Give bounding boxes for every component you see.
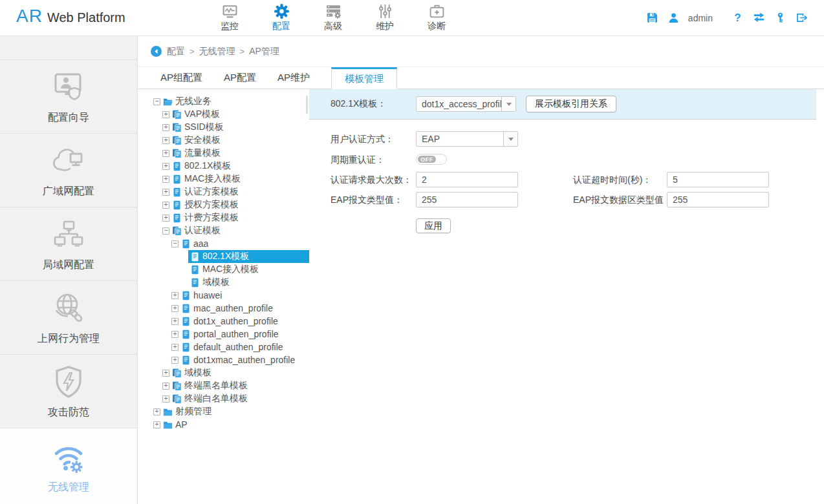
sidebar-item-lan[interactable]: 局域网配置 [0, 207, 137, 280]
tree-item[interactable]: +dot1xmac_authen_profile [138, 353, 309, 366]
collapse-icon[interactable]: − [153, 98, 160, 105]
collapse-icon[interactable]: − [162, 227, 169, 235]
eap-data-type-input[interactable] [667, 192, 769, 207]
expand-icon[interactable]: + [162, 137, 169, 144]
expand-icon[interactable]: + [162, 111, 169, 118]
tree-item[interactable]: +default_authen_profile [138, 341, 309, 353]
sidebar-item-label: 上网行为管理 [38, 332, 100, 346]
tree-item[interactable]: +域模板 [138, 366, 309, 379]
max-requests-input[interactable] [416, 172, 518, 187]
expand-icon[interactable]: + [162, 163, 169, 170]
tab-ap-config[interactable]: AP配置 [224, 67, 256, 89]
wan-icon [50, 143, 87, 179]
swap-icon[interactable] [754, 12, 764, 23]
tree-item[interactable]: +portal_authen_profile [138, 328, 309, 341]
expand-icon[interactable]: + [153, 421, 160, 428]
expand-icon[interactable]: + [162, 150, 169, 157]
back-icon[interactable] [151, 46, 162, 57]
breadcrumb-item[interactable]: 无线管理 [199, 46, 235, 58]
expand-icon[interactable]: + [162, 395, 169, 403]
nav-diagnose[interactable]: 诊断 [422, 3, 451, 32]
expand-icon[interactable]: + [162, 202, 169, 209]
sidebar-item-attack-defense[interactable]: 攻击防范 [0, 354, 137, 428]
tree-item[interactable]: 802.1X模板 [138, 250, 309, 263]
expand-icon[interactable]: + [171, 305, 179, 312]
tab-ap-group-config[interactable]: AP组配置 [160, 67, 202, 89]
tree-item[interactable]: −无线业务 [138, 95, 309, 108]
tree-item[interactable]: +计费方案模板 [138, 211, 309, 224]
apply-button[interactable]: 应用 [416, 218, 451, 233]
tree-item-label: 认证方案模板 [184, 186, 239, 198]
sidebar-spacer [0, 36, 137, 59]
tree-item[interactable]: +终端黑名单模板 [138, 379, 309, 392]
tree-item[interactable]: +MAC接入模板 [138, 173, 309, 185]
tree-item[interactable]: 域模板 [138, 276, 309, 289]
breadcrumb-item[interactable]: 配置 [167, 46, 185, 58]
doc-icon [190, 252, 200, 262]
tree-item[interactable]: −aaa [138, 237, 309, 250]
sidebar-item-wireless[interactable]: 无线管理 [0, 428, 137, 504]
tree-item[interactable]: +SSID模板 [138, 121, 309, 134]
collapse-icon[interactable]: − [171, 240, 179, 247]
help-icon[interactable]: ? [732, 12, 743, 23]
expand-icon[interactable]: + [171, 357, 179, 364]
expand-icon[interactable]: + [171, 344, 179, 351]
show-template-ref-button[interactable]: 展示模板引用关系 [526, 96, 616, 112]
save-icon[interactable] [647, 12, 658, 23]
key-icon[interactable] [775, 12, 786, 23]
tree-item[interactable]: +huawei [138, 289, 309, 302]
nav-config[interactable]: 配置 [266, 3, 296, 32]
form-panel: 802.1X模板： dot1x_access_profile 展示模板引用关系 … [309, 89, 824, 504]
reauth-toggle[interactable]: OFF [416, 154, 447, 165]
expand-icon[interactable]: + [162, 383, 169, 390]
tab-ap-maintain[interactable]: AP维护 [277, 67, 310, 89]
tree-item[interactable]: +终端白名单模板 [138, 392, 309, 405]
chevron-down-icon[interactable] [503, 132, 517, 146]
user-icon[interactable] [668, 12, 679, 23]
chevron-down-icon[interactable] [501, 97, 515, 111]
expand-icon[interactable]: + [171, 331, 179, 338]
sidebar-item-wan[interactable]: 广域网配置 [0, 133, 137, 207]
tree-item[interactable]: +mac_authen_profile [138, 302, 309, 315]
tree-item[interactable]: +802.1X模板 [138, 160, 309, 173]
tree-item[interactable]: +射频管理 [138, 405, 309, 418]
nav-advanced[interactable]: 高级 [318, 3, 348, 32]
tree-item[interactable]: +授权方案模板 [138, 198, 309, 211]
nav-maintain[interactable]: 维护 [370, 3, 400, 32]
doc-icon [172, 213, 182, 223]
username[interactable]: admin [688, 13, 713, 23]
tree-item[interactable]: +dot1x_authen_profile [138, 315, 309, 328]
auth-mode-select[interactable]: EAP [416, 131, 518, 147]
tree-item[interactable]: +VAP模板 [138, 108, 309, 121]
breadcrumb-separator: > [190, 47, 195, 56]
docs-icon [172, 110, 182, 120]
monitor-icon [222, 3, 238, 19]
expand-icon[interactable]: + [162, 124, 169, 131]
wizard-icon [50, 69, 87, 105]
expand-icon[interactable]: + [162, 176, 169, 183]
sidebar-item-behavior[interactable]: 上网行为管理 [0, 280, 137, 354]
tree-item[interactable]: +AP [138, 418, 309, 431]
tab-template-mgmt[interactable]: 模板管理 [331, 67, 397, 89]
expand-icon[interactable]: + [153, 408, 160, 415]
eap-type-input[interactable] [416, 192, 518, 207]
template-select[interactable]: dot1x_access_profile [416, 96, 516, 112]
nav-label: 配置 [272, 21, 290, 32]
tree-item[interactable]: MAC接入模板 [138, 263, 309, 276]
expand-icon[interactable]: + [162, 370, 169, 377]
expand-icon[interactable]: + [162, 215, 169, 222]
breadcrumb-item[interactable]: AP管理 [249, 46, 279, 58]
top-nav: 监控配置高级维护诊断 [215, 3, 451, 32]
sidebar-item-wizard[interactable]: 配置向导 [0, 59, 137, 133]
tree-item[interactable]: +流量模板 [138, 147, 309, 160]
logout-icon[interactable] [796, 12, 807, 23]
tree-item[interactable]: +认证方案模板 [138, 185, 309, 198]
nav-monitor[interactable]: 监控 [215, 3, 244, 32]
timeout-input[interactable] [667, 172, 769, 187]
tree-item[interactable]: −认证模板 [138, 224, 309, 237]
expand-icon[interactable]: + [171, 318, 179, 325]
breadcrumb-separator: > [240, 47, 245, 56]
expand-icon[interactable]: + [171, 292, 179, 299]
tree-item[interactable]: +安全模板 [138, 134, 309, 147]
expand-icon[interactable]: + [162, 189, 169, 196]
